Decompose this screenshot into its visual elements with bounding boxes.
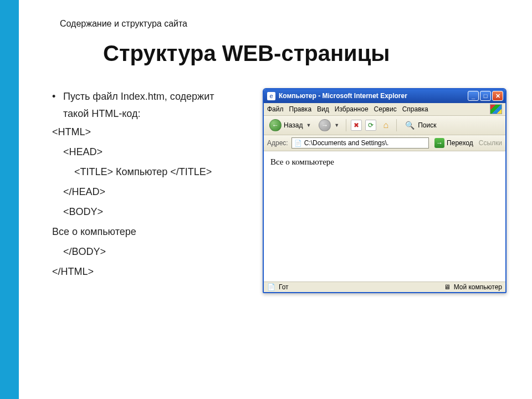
code-line-html-close: </HTML>: [52, 262, 241, 282]
back-button[interactable]: ← Назад ▼: [267, 118, 313, 132]
slide-title: Структура WEB-страницы: [103, 41, 515, 66]
search-icon: 🔍: [403, 119, 416, 131]
menu-favorites[interactable]: Избранное: [335, 105, 369, 113]
slide-content: Содержание и структура сайта Структура W…: [19, 0, 532, 399]
forward-arrow-icon: →: [319, 119, 331, 131]
status-left: Гот: [279, 283, 289, 291]
address-field[interactable]: 📄 C:\Documents and Settings\.: [291, 137, 429, 149]
toolbar: ← Назад ▼ → ▼ ✖ ⟳ ⌂ 🔍 Поиск: [264, 116, 505, 135]
close-button[interactable]: ✕: [492, 91, 503, 101]
back-arrow-icon: ←: [269, 119, 282, 131]
status-bar: 📄 Гот 🖥 Мой компьютер: [264, 282, 505, 292]
menu-file[interactable]: Файл: [267, 105, 284, 113]
page-icon: 📄: [294, 140, 302, 147]
address-value: C:\Documents and Settings\.: [304, 139, 389, 147]
code-line-html-open: <HTML>: [52, 122, 241, 142]
maximize-button[interactable]: □: [480, 91, 491, 101]
code-line-body-close: </BODY>: [52, 242, 241, 262]
menu-view[interactable]: Вид: [317, 105, 329, 113]
page-icon: 📄: [267, 283, 275, 291]
pre-title: Содержание и структура сайта: [60, 19, 515, 29]
code-line-body-text: Все о компьютере: [52, 222, 241, 242]
computer-icon: 🖥: [444, 283, 451, 291]
links-button[interactable]: Ссылки: [479, 139, 502, 147]
forward-button[interactable]: → ▼: [316, 118, 341, 132]
go-label: Переход: [447, 139, 473, 147]
search-label: Поиск: [418, 121, 436, 129]
ie-logo-icon: e: [267, 92, 275, 100]
go-button[interactable]: → Переход: [432, 137, 475, 149]
refresh-button[interactable]: ⟳: [365, 120, 376, 131]
left-column: • Пусть файл Index.htm, содержит такой H…: [52, 88, 241, 282]
separator: [346, 119, 346, 131]
ie-window: e Компьютер - Microsoft Internet Explore…: [263, 88, 507, 293]
address-bar: Адрес: 📄 C:\Documents and Settings\. → П…: [264, 135, 505, 151]
minimize-button[interactable]: _: [468, 91, 479, 101]
bullet-icon: •: [52, 88, 63, 122]
menu-edit[interactable]: Правка: [289, 105, 312, 113]
stop-button[interactable]: ✖: [351, 120, 362, 131]
go-arrow-icon: →: [434, 138, 444, 148]
menubar: Файл Правка Вид Избранное Сервис Справка: [264, 103, 505, 116]
chevron-down-icon: ▼: [306, 122, 311, 128]
status-right: Мой компьютер: [454, 283, 502, 291]
back-label: Назад: [284, 121, 303, 129]
windows-flag-icon: [490, 104, 502, 114]
accent-stripe: [0, 0, 19, 399]
page-body-text: Все о компьютере: [270, 157, 334, 166]
address-label: Адрес:: [267, 139, 288, 147]
menu-tools[interactable]: Сервис: [374, 105, 397, 113]
separator: [396, 119, 397, 131]
titlebar[interactable]: e Компьютер - Microsoft Internet Explore…: [264, 89, 505, 103]
code-line-head-close: </HEAD>: [52, 182, 241, 202]
page-viewport: Все о компьютере: [264, 151, 505, 282]
menu-help[interactable]: Справка: [402, 105, 428, 113]
code-line-head-open: <HEAD>: [52, 142, 241, 162]
code-line-body-open: <BODY>: [52, 202, 241, 222]
home-button[interactable]: ⌂: [380, 119, 392, 131]
chevron-down-icon: ▼: [334, 122, 339, 128]
code-line-title: <TITLE> Компьютер </TITLE>: [52, 162, 241, 182]
bullet-text: Пусть файл Index.htm, содержит такой HTM…: [63, 88, 241, 122]
window-title: Компьютер - Microsoft Internet Explorer: [279, 92, 468, 100]
search-button[interactable]: 🔍 Поиск: [401, 118, 438, 132]
